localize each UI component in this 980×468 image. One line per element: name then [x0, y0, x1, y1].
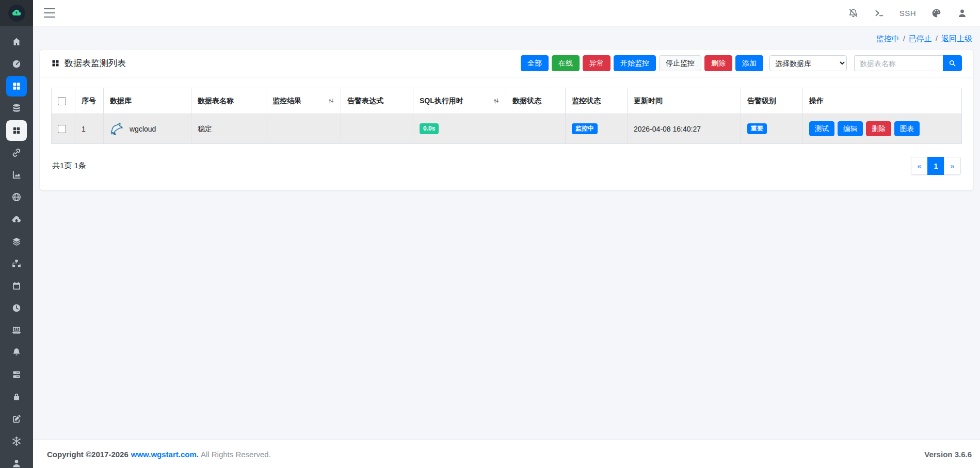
user-menu-icon[interactable]	[957, 8, 968, 19]
cell-monitor-result	[266, 114, 341, 144]
pagination: « 1 »	[911, 157, 961, 175]
stop-monitor-button[interactable]: 停止监控	[659, 55, 701, 71]
bell-slash-icon[interactable]	[848, 8, 859, 19]
edit-icon	[11, 414, 22, 424]
cell-table-name: 稳定	[191, 114, 266, 144]
card-body: 序号 数据库 数据表名称 监控结果 告警表达式 SQL执行用时	[40, 77, 973, 190]
sidebar-item-globe[interactable]	[6, 187, 27, 207]
row-edit-button[interactable]: 编辑	[838, 121, 863, 136]
alarm-level-badge: 重要	[747, 123, 767, 134]
user-icon	[11, 458, 22, 468]
col-alarm-level: 告警级别	[741, 88, 803, 114]
cell-database: wgcloud	[104, 114, 191, 144]
topbar: SSH	[33, 0, 980, 26]
sidebar-item-user[interactable]	[6, 453, 27, 468]
cell-actions: 测试 编辑 删除 图表	[803, 114, 962, 144]
card-header: 数据表监测列表 全部 在线 异常 开始监控 停止监控 删除 添加 选择数据库	[40, 50, 973, 77]
server-icon	[11, 369, 22, 380]
sidebar-item-layers[interactable]	[6, 231, 27, 252]
table-monitor-card: 数据表监测列表 全部 在线 异常 开始监控 停止监控 删除 添加 选择数据库	[40, 50, 973, 190]
menu-toggle-button[interactable]	[44, 8, 55, 18]
filter-online-button[interactable]: 在线	[552, 55, 580, 71]
rights-text: All Rights Reserved.	[201, 450, 271, 459]
sidebar-item-database[interactable]	[6, 98, 27, 119]
sidebar-item-lock[interactable]	[6, 386, 27, 407]
pagination-page-1[interactable]: 1	[927, 157, 944, 175]
breadcrumb-separator: /	[903, 34, 905, 43]
search-group	[854, 55, 962, 71]
cell-index: 1	[75, 114, 104, 144]
col-data-status: 数据状态	[506, 88, 566, 114]
sidebar-item-clock[interactable]	[6, 298, 27, 318]
sidebar-item-link[interactable]	[6, 142, 27, 163]
pagination-next[interactable]: »	[944, 157, 961, 175]
sidebar-item-table-cells[interactable]	[6, 120, 27, 141]
row-delete-button[interactable]: 删除	[866, 121, 891, 136]
calendar-icon	[11, 281, 22, 291]
content-area: 监控中/已停止/返回上级 数据表监测列表 全部 在线 异常 开始监控 停止监控 …	[33, 26, 980, 440]
col-database: 数据库	[104, 88, 191, 114]
cloud-upload-icon	[11, 214, 22, 224]
breadcrumb: 监控中/已停止/返回上级	[40, 26, 973, 50]
cell-update-time: 2026-04-08 16:40:27	[628, 114, 741, 144]
globe-icon	[11, 192, 22, 202]
sidebar-item-calendar[interactable]	[6, 276, 27, 296]
sidebar-item-table-monitor[interactable]	[6, 76, 27, 96]
palette-icon[interactable]	[931, 8, 942, 19]
copyright-text: Copyright ©2017-2026	[47, 450, 128, 459]
terminal-icon[interactable]	[874, 8, 885, 19]
sidebar-item-sitemap[interactable]	[6, 253, 27, 274]
topbar-actions: SSH	[848, 8, 968, 19]
sitemap-icon	[11, 259, 22, 269]
sidebar-item-home[interactable]	[6, 31, 27, 52]
table-row: 1 wgcloud 稳定 0.0s	[52, 114, 962, 144]
breadcrumb-link-back[interactable]: 返回上级	[941, 34, 972, 43]
app-root: SSH 监控中/已停止/返回上级 数据表监测列表	[0, 0, 980, 468]
page-title: 数据表监测列表	[51, 57, 126, 69]
search-input[interactable]	[854, 55, 943, 71]
row-test-button[interactable]: 测试	[809, 121, 834, 136]
sidebar-item-laptop-code[interactable]	[6, 320, 27, 341]
sidebar	[0, 0, 33, 468]
sidebar-item-snowflake[interactable]	[6, 431, 27, 451]
cell-alarm-level: 重要	[741, 114, 803, 144]
delete-button[interactable]: 删除	[704, 55, 732, 71]
sql-time-badge: 0.0s	[420, 123, 439, 134]
col-table-name: 数据表名称	[191, 88, 266, 114]
row-checkbox[interactable]	[58, 125, 66, 133]
row-chart-button[interactable]: 图表	[894, 121, 920, 136]
snowflake-icon	[11, 436, 22, 446]
col-sql-time: SQL执行用时	[413, 88, 506, 114]
pagination-prev[interactable]: «	[911, 157, 928, 175]
sidebar-item-edit[interactable]	[6, 409, 27, 429]
wgstart-link[interactable]: www.wgstart.com.	[131, 450, 199, 459]
sort-icon[interactable]	[328, 98, 334, 104]
sidebar-item-cloud-upload[interactable]	[6, 209, 27, 230]
breadcrumb-link-monitoring[interactable]: 监控中	[876, 34, 899, 43]
speedometer-icon	[11, 59, 22, 69]
list-footer: 共1页 1条 « 1 »	[51, 157, 962, 175]
sidebar-item-chart[interactable]	[6, 165, 27, 185]
sidebar-item-server[interactable]	[6, 364, 27, 385]
table-title-icon	[51, 59, 60, 68]
lock-icon	[11, 392, 22, 402]
sort-icon[interactable]	[493, 98, 500, 104]
add-button[interactable]: 添加	[735, 55, 763, 71]
select-all-checkbox[interactable]	[58, 97, 66, 105]
ssh-link[interactable]: SSH	[899, 9, 916, 18]
version-label: Version 3.6.6	[924, 450, 972, 459]
search-button[interactable]	[943, 55, 962, 71]
sidebar-item-dashboard[interactable]	[6, 54, 27, 74]
start-monitor-button[interactable]: 开始监控	[614, 55, 656, 71]
filter-abnormal-button[interactable]: 异常	[583, 55, 611, 71]
monitor-table: 序号 数据库 数据表名称 监控结果 告警表达式 SQL执行用时	[51, 88, 962, 144]
table-header-row: 序号 数据库 数据表名称 监控结果 告警表达式 SQL执行用时	[52, 88, 962, 114]
breadcrumb-link-stopped[interactable]: 已停止	[909, 34, 932, 43]
mysql-dolphin-icon	[110, 121, 125, 137]
database-select[interactable]: 选择数据库	[769, 55, 847, 71]
filter-all-button[interactable]: 全部	[521, 55, 549, 71]
cell-monitor-status: 监控中	[566, 114, 628, 144]
brand-logo[interactable]	[0, 0, 33, 26]
table-cells-icon	[11, 125, 22, 136]
sidebar-item-bell[interactable]	[6, 342, 27, 363]
